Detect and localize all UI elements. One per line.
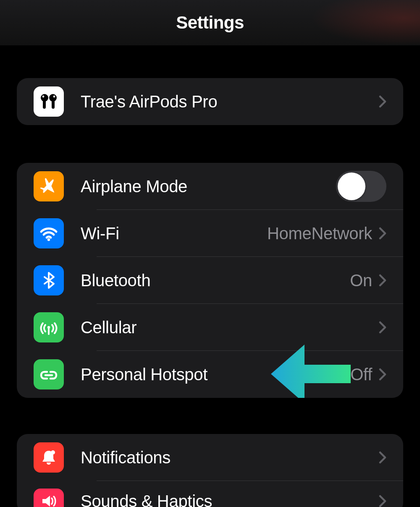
chevron-right-icon — [379, 368, 386, 381]
bluetooth-label: Bluetooth — [81, 271, 350, 290]
bluetooth-icon — [34, 265, 64, 295]
bluetooth-value: On — [350, 271, 372, 290]
settings-content: Trae's AirPods Pro Airplane Mode — [0, 78, 420, 507]
svg-point-6 — [47, 238, 50, 241]
hotspot-icon — [34, 359, 64, 389]
svg-point-5 — [53, 96, 55, 98]
row-cellular[interactable]: Cellular — [17, 304, 403, 351]
chevron-right-icon — [379, 495, 386, 507]
chevron-right-icon — [379, 274, 386, 287]
wifi-value: HomeNetwork — [267, 224, 372, 243]
chevron-right-icon — [379, 227, 386, 240]
sounds-label: Sounds & Haptics — [81, 492, 379, 507]
row-airpods[interactable]: Trae's AirPods Pro — [17, 78, 403, 125]
row-notifications[interactable]: Notifications — [17, 434, 403, 481]
airpods-icon — [34, 86, 64, 117]
row-bluetooth[interactable]: Bluetooth On — [17, 257, 403, 304]
row-sounds-haptics[interactable]: Sounds & Haptics — [17, 481, 403, 507]
header-bar: Settings — [0, 0, 420, 45]
page-title: Settings — [176, 13, 244, 33]
sounds-icon — [34, 489, 64, 507]
airpods-label: Trae's AirPods Pro — [81, 92, 379, 111]
svg-rect-1 — [43, 99, 46, 109]
airplane-toggle[interactable] — [336, 171, 386, 202]
group-system: Notifications Sounds & Haptics — [17, 434, 403, 507]
chevron-right-icon — [379, 321, 386, 334]
svg-rect-4 — [52, 99, 55, 109]
svg-point-11 — [51, 450, 55, 455]
group-network: Airplane Mode Wi-Fi HomeNetwork — [17, 163, 403, 398]
notifications-label: Notifications — [81, 448, 379, 467]
row-personal-hotspot[interactable]: Personal Hotspot Off — [17, 351, 403, 398]
cellular-icon — [34, 312, 64, 342]
svg-rect-8 — [48, 328, 50, 335]
hotspot-label: Personal Hotspot — [81, 365, 350, 384]
cellular-label: Cellular — [81, 318, 379, 337]
notifications-icon — [34, 442, 64, 473]
svg-point-2 — [42, 96, 45, 98]
hotspot-value: Off — [350, 365, 372, 384]
chevron-right-icon — [379, 95, 386, 108]
group-devices: Trae's AirPods Pro — [17, 78, 403, 125]
airplane-label: Airplane Mode — [81, 177, 336, 196]
row-airplane-mode[interactable]: Airplane Mode — [17, 163, 403, 210]
wifi-label: Wi-Fi — [81, 224, 267, 243]
wifi-icon — [34, 218, 64, 248]
row-wifi[interactable]: Wi-Fi HomeNetwork — [17, 210, 403, 257]
toggle-knob — [338, 172, 365, 200]
chevron-right-icon — [379, 451, 386, 464]
airplane-icon — [34, 171, 64, 201]
